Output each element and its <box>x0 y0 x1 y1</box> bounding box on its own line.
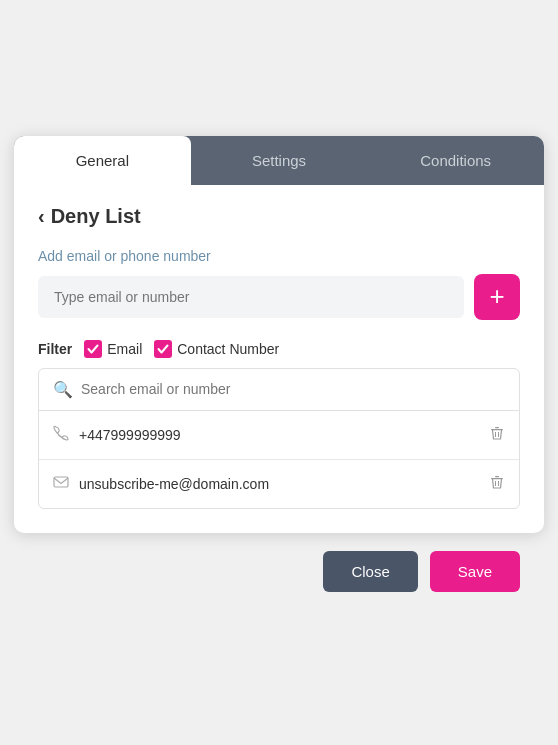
phone-number: +447999999999 <box>79 427 479 443</box>
email-address: unsubscribe-me@domain.com <box>79 476 479 492</box>
contact-checkbox[interactable] <box>154 340 172 358</box>
add-button[interactable]: + <box>474 274 520 320</box>
tab-general[interactable]: General <box>14 136 191 185</box>
contact-filter-group[interactable]: Contact Number <box>154 340 279 358</box>
svg-rect-6 <box>495 476 499 477</box>
back-link[interactable]: ‹ Deny List <box>38 205 520 228</box>
back-arrow-icon: ‹ <box>38 205 45 228</box>
phone-icon <box>53 425 69 445</box>
modal-body: ‹ Deny List Add email or phone number + … <box>14 185 544 533</box>
deny-list-container: 🔍 +447999999999 <box>38 368 520 509</box>
tab-conditions[interactable]: Conditions <box>367 136 544 185</box>
email-filter-group[interactable]: Email <box>84 340 142 358</box>
filter-label: Filter <box>38 341 72 357</box>
contact-checkbox-label: Contact Number <box>177 341 279 357</box>
email-icon <box>53 474 69 494</box>
delete-email-button[interactable] <box>489 474 505 494</box>
close-button[interactable]: Close <box>323 551 417 592</box>
list-item: +447999999999 <box>39 411 519 460</box>
email-checkbox-label: Email <box>107 341 142 357</box>
filter-row: Filter Email Contact Number <box>38 340 520 358</box>
search-input[interactable] <box>81 381 505 397</box>
tab-settings[interactable]: Settings <box>191 136 368 185</box>
check-icon-2 <box>157 343 169 355</box>
svg-rect-1 <box>495 427 499 428</box>
section-label: Add email or phone number <box>38 248 520 264</box>
email-checkbox[interactable] <box>84 340 102 358</box>
add-row: + <box>38 274 520 320</box>
save-button[interactable]: Save <box>430 551 520 592</box>
list-item: unsubscribe-me@domain.com <box>39 460 519 508</box>
tab-bar: General Settings Conditions <box>14 136 544 185</box>
svg-rect-4 <box>54 477 68 487</box>
check-icon <box>87 343 99 355</box>
footer: Close Save <box>14 533 544 610</box>
add-input[interactable] <box>38 276 464 318</box>
page-title: Deny List <box>51 205 141 228</box>
search-row: 🔍 <box>39 369 519 411</box>
delete-phone-button[interactable] <box>489 425 505 445</box>
modal-container: General Settings Conditions ‹ Deny List … <box>14 136 544 533</box>
search-icon: 🔍 <box>53 380 73 399</box>
